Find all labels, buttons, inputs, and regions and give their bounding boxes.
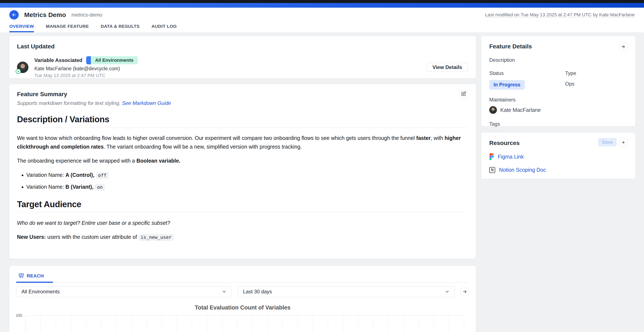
environment-filter-select[interactable]: All Environments (16, 286, 232, 297)
tags-label: Tags (489, 121, 627, 127)
reach-tab-row: REACH (16, 272, 469, 283)
arrow-right-icon (462, 289, 467, 294)
target-audience-question: Who do we want to target? Entire user ba… (17, 219, 468, 227)
topbar-dark (0, 0, 644, 3)
description-label: Description (489, 57, 627, 63)
chevron-down-icon (222, 289, 226, 294)
topbar-blue-gradient (0, 3, 644, 8)
feature-summary-subtitle: Supports markdown formatting for text st… (17, 100, 468, 106)
presentation-chart-icon (18, 273, 24, 279)
last-modified-text: Last modified on Tue May 13 2025 at 2:47… (485, 12, 635, 18)
figma-icon (489, 153, 494, 160)
reach-card: REACH All Environments Last 30 days (9, 266, 476, 332)
plus-icon: + (622, 140, 625, 145)
section-heading-target-audience: Target Audience (17, 200, 468, 209)
environment-filter-value: All Environments (22, 289, 60, 295)
page-slug: metrics-demo (72, 12, 102, 18)
evaluation-chart: 600500400 (16, 312, 469, 332)
edit-icon (461, 91, 466, 96)
event-title: Variable Associated (34, 57, 82, 63)
tab-audit-log[interactable]: AUDIT LOG (152, 24, 177, 32)
add-resource-button[interactable]: + (619, 138, 628, 146)
page-title: Metrics Demo (24, 11, 66, 18)
edit-summary-button[interactable] (459, 89, 468, 98)
markdown-guide-link[interactable]: See Markdown Guide (122, 100, 171, 106)
feature-summary-card: Feature Summary Supports markdown format… (9, 84, 476, 259)
maintainer-avatar (489, 106, 497, 114)
feature-details-card: Feature Details Description Status In Pr… (481, 36, 636, 126)
type-value: Ops (565, 81, 628, 87)
last-updated-card: Last Updated + Variable Associated All E… (9, 36, 476, 78)
resource-row: N Notion Scoping Doc (489, 167, 627, 173)
notion-icon: N (489, 167, 495, 173)
resource-link-notion[interactable]: Notion Scoping Doc (499, 167, 546, 173)
resource-link-figma[interactable]: Figma Link (498, 154, 524, 160)
open-feature-details-button[interactable] (619, 42, 628, 51)
status-badge: In Progress (489, 80, 525, 90)
variation-list: Variation Name: A (Control), off Variati… (17, 171, 468, 191)
tab-data-results[interactable]: DATA & RESULTS (100, 24, 140, 32)
markdown-body: Description / Variations We want to know… (17, 115, 468, 241)
maintainer-row: Kate MacFarlane (489, 106, 627, 114)
environment-badge-color-block (86, 56, 91, 64)
feature-summary-title: Feature Summary (17, 91, 468, 98)
description-paragraph-1: We want to know which onboarding flow le… (17, 134, 468, 151)
content-area: Last Updated + Variable Associated All E… (0, 32, 644, 332)
description-paragraph-2: The onboarding experience will be wrappe… (17, 156, 468, 165)
tab-bar: OVERVIEW MANAGE FEATURE DATA & RESULTS A… (9, 24, 177, 32)
date-range-filter-select[interactable]: Last 30 days (238, 286, 455, 297)
resource-row: Figma Link (489, 153, 627, 160)
maintainer-name: Kate MacFarlane (500, 107, 541, 113)
reach-tab-label: REACH (27, 273, 44, 279)
divider (17, 212, 468, 213)
header: Metrics Demo metrics-demo Last modified … (0, 8, 644, 32)
apply-filters-button[interactable] (461, 288, 469, 296)
event-user: Kate MacFarlane (kate@devcycle.com) (34, 66, 138, 72)
main-column: Last Updated + Variable Associated All E… (9, 36, 476, 332)
status-label: Status (489, 70, 565, 76)
environment-badge-label: All Environments (91, 56, 138, 64)
avatar-add-badge: + (16, 69, 21, 74)
chevron-down-icon (445, 289, 450, 294)
date-range-filter-value: Last 30 days (243, 289, 272, 295)
avatar: + (17, 62, 28, 73)
view-details-button[interactable]: View Details (427, 63, 468, 72)
back-arrow-icon (12, 12, 16, 18)
page: Metrics Demo metrics-demo Last modified … (0, 0, 644, 332)
tab-overview[interactable]: OVERVIEW (9, 24, 34, 32)
feature-details-title: Feature Details (489, 43, 627, 50)
subtitle-text: Supports markdown formatting for text st… (17, 100, 122, 106)
side-column: Feature Details Description Status In Pr… (481, 36, 636, 179)
target-audience-answer: New Users: users with the custom user at… (17, 233, 468, 241)
tab-reach[interactable]: REACH (16, 272, 53, 282)
chart-filters: All Environments Last 30 days (16, 286, 469, 297)
last-updated-title: Last Updated (17, 43, 468, 50)
event-timestamp: Tue May 13 2025 at 2:47 PM UTC (34, 73, 138, 78)
section-heading-description-variations: Description / Variations (17, 115, 468, 124)
arrow-right-icon (621, 44, 626, 49)
variation-item-variant: Variation Name: B (Variant), on (26, 182, 468, 191)
maintainers-label: Maintainers (489, 97, 627, 103)
resources-card: Resources Save + Figma Link (481, 132, 636, 179)
type-label: Type (565, 70, 628, 76)
save-resources-button[interactable]: Save (598, 138, 616, 146)
back-button[interactable] (9, 10, 19, 20)
line-chart-svg: 600500400 (16, 312, 469, 332)
chart-title: Total Evaluation Count of Variables (16, 304, 469, 311)
variation-item-control: Variation Name: A (Control), off (26, 171, 468, 179)
svg-text:600: 600 (16, 313, 22, 318)
environment-badge: All Environments (86, 56, 138, 64)
tab-manage-feature[interactable]: MANAGE FEATURE (46, 24, 89, 32)
divider (17, 128, 468, 128)
